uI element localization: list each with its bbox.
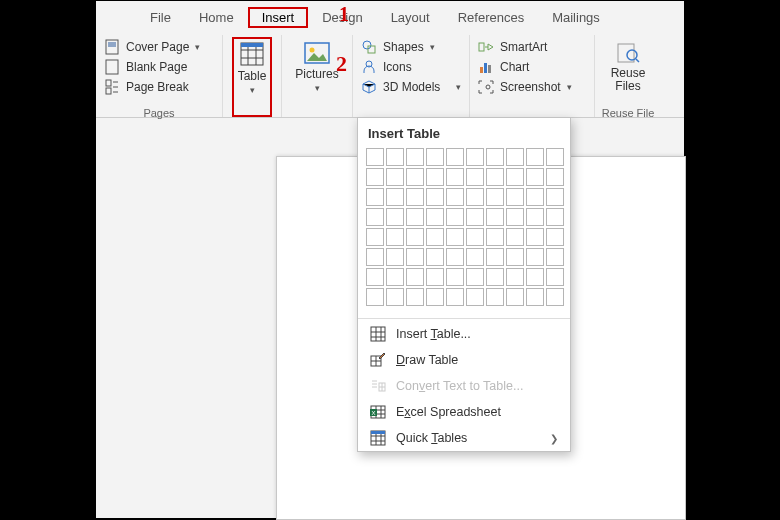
grid-cell[interactable] [426,288,444,306]
grid-cell[interactable] [366,208,384,226]
grid-cell[interactable] [446,188,464,206]
grid-cell[interactable] [466,288,484,306]
grid-cell[interactable] [366,288,384,306]
grid-cell[interactable] [506,188,524,206]
grid-cell[interactable] [486,168,504,186]
grid-cell[interactable] [386,268,404,286]
icons-button[interactable]: Icons [361,57,461,77]
page-break-button[interactable]: Page Break [104,77,214,97]
grid-cell[interactable] [486,248,504,266]
grid-cell[interactable] [546,148,564,166]
grid-cell[interactable] [526,228,544,246]
grid-cell[interactable] [506,268,524,286]
grid-cell[interactable] [386,288,404,306]
grid-cell[interactable] [406,268,424,286]
blank-page-button[interactable]: Blank Page [104,57,214,77]
grid-cell[interactable] [366,248,384,266]
grid-cell[interactable] [386,148,404,166]
table-size-grid[interactable] [358,145,570,316]
grid-cell[interactable] [466,228,484,246]
shapes-button[interactable]: Shapes ▾ [361,37,461,57]
grid-cell[interactable] [406,208,424,226]
grid-cell[interactable] [406,228,424,246]
grid-cell[interactable] [426,188,444,206]
grid-cell[interactable] [386,228,404,246]
grid-cell[interactable] [406,188,424,206]
grid-cell[interactable] [486,288,504,306]
tab-mailings[interactable]: Mailings [538,7,614,28]
grid-cell[interactable] [466,188,484,206]
grid-cell[interactable] [506,168,524,186]
grid-cell[interactable] [486,188,504,206]
grid-cell[interactable] [446,148,464,166]
grid-cell[interactable] [426,248,444,266]
grid-cell[interactable] [406,168,424,186]
grid-cell[interactable] [366,148,384,166]
grid-cell[interactable] [366,188,384,206]
grid-cell[interactable] [386,208,404,226]
grid-cell[interactable] [446,228,464,246]
menu-draw-table[interactable]: Draw Table [358,347,570,373]
grid-cell[interactable] [466,268,484,286]
grid-cell[interactable] [546,228,564,246]
grid-cell[interactable] [526,268,544,286]
reuse-files-button[interactable]: Reuse Files [605,37,652,117]
pictures-button[interactable]: Pictures ▾ [289,37,344,117]
grid-cell[interactable] [526,288,544,306]
grid-cell[interactable] [506,288,524,306]
grid-cell[interactable] [446,248,464,266]
grid-cell[interactable] [466,208,484,226]
grid-cell[interactable] [546,248,564,266]
grid-cell[interactable] [466,248,484,266]
smartart-button[interactable]: SmartArt [478,37,586,57]
grid-cell[interactable] [486,228,504,246]
grid-cell[interactable] [446,168,464,186]
grid-cell[interactable] [366,228,384,246]
3d-models-button[interactable]: 3D Models ▾ [361,77,461,97]
grid-cell[interactable] [426,228,444,246]
grid-cell[interactable] [486,148,504,166]
grid-cell[interactable] [526,168,544,186]
cover-page-button[interactable]: Cover Page ▾ [104,37,214,57]
grid-cell[interactable] [546,208,564,226]
grid-cell[interactable] [546,268,564,286]
screenshot-button[interactable]: Screenshot ▾ [478,77,586,97]
chart-button[interactable]: Chart [478,57,586,77]
tab-layout[interactable]: Layout [377,7,444,28]
tab-insert[interactable]: Insert [248,7,309,28]
grid-cell[interactable] [506,208,524,226]
grid-cell[interactable] [386,248,404,266]
grid-cell[interactable] [506,148,524,166]
grid-cell[interactable] [546,188,564,206]
grid-cell[interactable] [446,208,464,226]
grid-cell[interactable] [386,168,404,186]
grid-cell[interactable] [466,168,484,186]
table-button[interactable]: Table ▾ [232,37,273,117]
grid-cell[interactable] [406,288,424,306]
grid-cell[interactable] [526,148,544,166]
grid-cell[interactable] [386,188,404,206]
grid-cell[interactable] [366,268,384,286]
tab-home[interactable]: Home [185,7,248,28]
grid-cell[interactable] [366,168,384,186]
grid-cell[interactable] [526,188,544,206]
grid-cell[interactable] [426,208,444,226]
grid-cell[interactable] [486,268,504,286]
grid-cell[interactable] [506,248,524,266]
menu-quick-tables[interactable]: Quick Tables ❯ [358,425,570,451]
grid-cell[interactable] [526,248,544,266]
grid-cell[interactable] [406,248,424,266]
menu-insert-table[interactable]: Insert Table... [358,321,570,347]
grid-cell[interactable] [546,288,564,306]
grid-cell[interactable] [426,268,444,286]
grid-cell[interactable] [426,148,444,166]
grid-cell[interactable] [426,168,444,186]
tab-references[interactable]: References [444,7,538,28]
grid-cell[interactable] [546,168,564,186]
menu-excel-spreadsheet[interactable]: X Excel Spreadsheet [358,399,570,425]
tab-file[interactable]: File [136,7,185,28]
grid-cell[interactable] [526,208,544,226]
grid-cell[interactable] [506,228,524,246]
grid-cell[interactable] [446,288,464,306]
grid-cell[interactable] [466,148,484,166]
